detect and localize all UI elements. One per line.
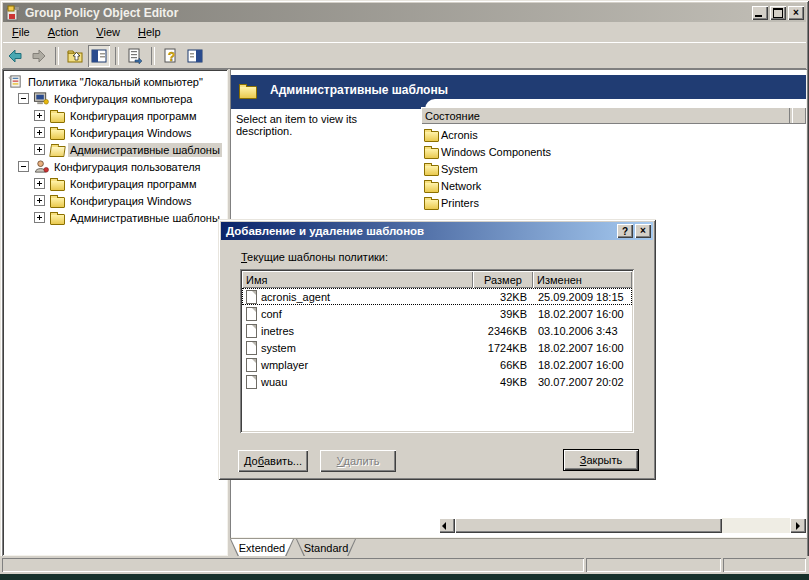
folder-icon (423, 127, 439, 143)
table-row[interactable]: acronis_agent 32KB 25.09.2009 18:15 (242, 288, 632, 305)
table-row[interactable]: system 1724KB 18.02.2007 16:00 (242, 339, 632, 356)
horizontal-scrollbar[interactable] (439, 518, 806, 533)
close-button[interactable]: × (788, 6, 804, 20)
tree-item-software-settings-user[interactable]: Конфигурация программ (2, 175, 228, 192)
tree-item-label: Административные шаблоны (68, 211, 222, 225)
scroll-left-button[interactable] (439, 518, 455, 533)
collapse-box-icon[interactable] (18, 93, 29, 104)
up-one-level-icon (67, 48, 83, 64)
tree-root[interactable]: Политика "Локальный компьютер" (2, 73, 228, 90)
menu-view[interactable]: View (87, 23, 129, 41)
expand-box-icon[interactable] (34, 195, 45, 206)
dialog-title-bar: Добавление и удаление шаблонов ? × (221, 222, 653, 240)
collapse-box-icon[interactable] (18, 161, 29, 172)
list-item-label: System (441, 163, 478, 175)
add-button[interactable]: Добавить... (238, 450, 308, 472)
tree-item-windows-settings[interactable]: Конфигурация Windows (2, 124, 228, 141)
list-column-header[interactable]: Состояние (421, 107, 806, 124)
column-header-name[interactable]: Имя (242, 271, 473, 288)
list-item[interactable]: Network (423, 177, 551, 194)
expand-box-icon[interactable] (34, 178, 45, 189)
svg-text:?: ? (168, 50, 175, 64)
tree-item-user-configuration[interactable]: Конфигурация пользователя (2, 158, 228, 175)
banner-title: Административные шаблоны (270, 83, 448, 97)
tab-standard[interactable]: Standard (296, 539, 356, 557)
user-icon (33, 159, 49, 175)
status-bar (0, 556, 809, 574)
template-file-icon (246, 341, 257, 355)
menu-action[interactable]: Action (39, 23, 88, 41)
column-separator[interactable] (789, 108, 793, 123)
list-item[interactable]: Printers (423, 194, 551, 211)
status-panel (2, 558, 584, 572)
template-file-icon (246, 375, 257, 389)
tree-item-windows-settings-user[interactable]: Конфигурация Windows (2, 192, 228, 209)
remove-button[interactable]: Удалить (320, 450, 396, 472)
template-file-icon (246, 307, 257, 321)
list-item-label: Network (441, 180, 481, 192)
dialog-help-button[interactable]: ? (617, 224, 633, 238)
folder-icon (423, 161, 439, 177)
template-name: system (261, 342, 296, 354)
show-hide-console-tree-button[interactable] (88, 45, 110, 67)
expand-box-icon[interactable] (34, 212, 45, 223)
tree-item-administrative-templates[interactable]: Административные шаблоны (2, 141, 228, 158)
scrollbar-track[interactable] (722, 518, 790, 533)
forward-button[interactable] (28, 45, 50, 67)
export-list-button[interactable] (124, 45, 146, 67)
list-item[interactable]: Windows Components (423, 143, 551, 160)
list-item[interactable]: System (423, 160, 551, 177)
template-file-icon (246, 290, 257, 304)
list-item-label: Printers (441, 197, 479, 209)
template-size: 39KB (473, 308, 533, 320)
toolbar-separator (55, 47, 59, 65)
toolbar-separator (115, 47, 119, 65)
tree-item-administrative-templates-user[interactable]: Административные шаблоны (2, 209, 228, 226)
column-header-size[interactable]: Размер (473, 271, 533, 288)
tree-item-label: Конфигурация компьютера (52, 92, 194, 106)
table-row[interactable]: inetres 2346KB 03.10.2006 3:43 (242, 322, 632, 339)
back-button[interactable] (4, 45, 26, 67)
maximize-button[interactable] (770, 6, 786, 20)
expand-box-icon[interactable] (34, 144, 45, 155)
template-modified: 18.02.2007 16:00 (533, 359, 632, 371)
dialog-close-button[interactable]: × (635, 224, 651, 238)
toolbar: ? (3, 43, 806, 69)
scrollbar-thumb[interactable] (455, 518, 722, 533)
template-size: 66KB (473, 359, 533, 371)
column-header-modified[interactable]: Изменен (533, 271, 632, 288)
window-title: Group Policy Object Editor (25, 6, 750, 20)
maximize-icon (773, 8, 783, 18)
scroll-right-button[interactable] (790, 518, 806, 533)
menu-file[interactable]: File (3, 23, 39, 41)
template-size: 2346KB (473, 325, 533, 337)
title-bar: Group Policy Object Editor × (3, 3, 806, 22)
folder-open-icon (49, 142, 65, 158)
minimize-button[interactable] (752, 6, 768, 20)
tree-item-label: Конфигурация Windows (68, 126, 194, 140)
menu-help[interactable]: Help (129, 23, 170, 41)
tab-extended[interactable]: Extended (230, 539, 294, 557)
table-row[interactable]: conf 39KB 18.02.2007 16:00 (242, 305, 632, 322)
show-properties-button[interactable] (184, 45, 206, 67)
help-icon: ? (622, 226, 628, 237)
column-header-label: Состояние (421, 110, 480, 122)
help-button[interactable]: ? (160, 45, 182, 67)
template-modified: 03.10.2006 3:43 (533, 325, 632, 337)
table-row[interactable]: wuau 49KB 30.07.2007 20:02 (242, 373, 632, 390)
up-one-level-button[interactable] (64, 45, 86, 67)
close-dialog-button[interactable]: Закрыть (563, 449, 639, 471)
template-modified: 18.02.2007 16:00 (533, 342, 632, 354)
current-templates-label: Текущие шаблоны политики: (241, 251, 388, 263)
template-modified: 18.02.2007 16:00 (533, 308, 632, 320)
template-size: 32KB (473, 291, 533, 303)
tree-item-computer-configuration[interactable]: Конфигурация компьютера (2, 90, 228, 107)
folder-icon (423, 144, 439, 160)
expand-box-icon[interactable] (34, 127, 45, 138)
help-icon: ? (163, 48, 179, 64)
table-row[interactable]: wmplayer 66KB 18.02.2007 16:00 (242, 356, 632, 373)
tree-item-software-settings[interactable]: Конфигурация программ (2, 107, 228, 124)
expand-box-icon[interactable] (34, 110, 45, 121)
folder-icon (49, 176, 65, 192)
list-item[interactable]: Acronis (423, 126, 551, 143)
